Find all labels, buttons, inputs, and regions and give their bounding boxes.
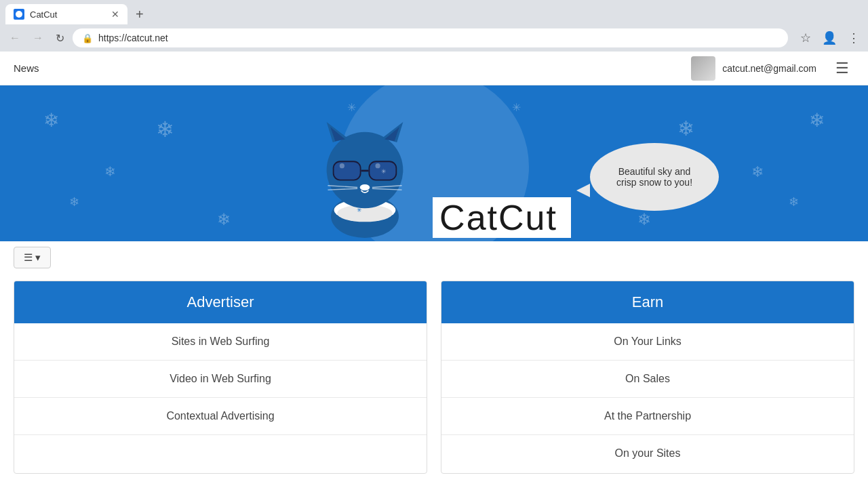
bookmark-button[interactable]: ☆ [797,28,814,48]
new-tab-button[interactable]: + [130,5,149,24]
advertiser-card: Advertiser Sites in Web Surfing Video in… [14,281,427,474]
url-bar[interactable]: 🔒 https://catcut.net [73,28,788,47]
svg-point-15 [376,163,380,168]
advertiser-row-contextual[interactable]: Contextual Advertising [14,398,427,435]
snowflake: ❄ [156,117,174,142]
svg-point-17 [360,184,370,190]
url-text: https://catcut.net [98,33,168,43]
tab-favicon [14,9,24,20]
speech-bubble-text: Beautiful sky and crisp snow to you! [616,166,692,188]
tables-area: Advertiser Sites in Web Surfing Video in… [0,281,868,474]
browser-chrome: CatCut ✕ + ← → ↻ 🔒 https://catcut.net ☆ … [0,0,868,52]
active-tab[interactable]: CatCut ✕ [5,4,127,24]
earn-row-sales[interactable]: On Sales [441,361,854,398]
advertiser-row-video-label: Video in Web Surfing [170,373,271,384]
advertiser-row-empty [14,435,427,473]
address-bar: ← → ↻ 🔒 https://catcut.net ☆ 👤 ⋮ [0,24,868,52]
menu-toggle-arrow: ▾ [35,251,41,264]
snowflake: ❄ [677,117,694,140]
address-icons: ☆ 👤 ⋮ [797,28,863,48]
profile-button[interactable]: 👤 [819,28,840,48]
earn-row-sites-label: On your Sites [615,447,681,459]
cat-logo: ✳ ✳ [297,102,433,238]
lock-icon: 🔒 [82,33,93,43]
advertiser-row-sites-label: Sites in Web Surfing [172,336,270,347]
top-nav: News catcut.net@gmail.com ☰ [0,52,868,85]
earn-row-partnership-label: At the Partnership [604,410,691,422]
snowflake: ❄ [43,109,59,131]
advertiser-row-sites[interactable]: Sites in Web Surfing [14,323,427,361]
advertiser-row-video[interactable]: Video in Web Surfing [14,361,427,398]
snowflake: ❄ [69,195,79,209]
avatar [691,56,715,81]
tab-title: CatCut [30,9,57,20]
reload-button[interactable]: ↻ [52,29,68,47]
svg-text:✳: ✳ [357,207,362,214]
brand-name: CatCut [433,197,571,238]
advertiser-card-header: Advertiser [14,281,427,323]
snowflake: ❄ [809,109,825,131]
speech-bubble: Beautiful sky and crisp snow to you! [590,143,719,211]
svg-point-14 [340,163,344,168]
earn-row-links-label: On Your Links [614,336,682,347]
earn-row-links[interactable]: On Your Links [441,323,854,361]
earn-card-header: Earn [441,281,854,323]
menu-bar: ☰ ▾ [0,241,868,274]
earn-row-sales-label: On Sales [625,373,670,384]
svg-text:✳: ✳ [381,168,387,175]
advertiser-row-contextual-label: Contextual Advertising [166,410,274,422]
nav-news-link[interactable]: News [14,62,39,74]
snowflake: ❄ [217,210,231,229]
cat-svg: ✳ ✳ [297,102,433,238]
menu-toggle-button[interactable]: ☰ ▾ [14,247,51,268]
snowflake: ❄ [637,210,651,229]
tab-close-button[interactable]: ✕ [111,9,119,20]
page-content: News catcut.net@gmail.com ☰ ❄ ❄ ❄ ❄ ❄ ❄ … [0,52,868,488]
hero-banner: ❄ ❄ ❄ ❄ ❄ ❄ ❄ ❄ ❄ ❄ ✳ ✳ [0,85,868,241]
hero-content: ✳ ✳ CatCut [297,89,571,238]
forward-button[interactable]: → [28,29,47,47]
hamburger-menu-button[interactable]: ☰ [830,57,854,80]
avatar-image [691,56,715,81]
back-button[interactable]: ← [5,29,24,47]
nav-user-area: catcut.net@gmail.com ☰ [691,56,854,81]
menu-toggle-icon: ☰ [24,251,33,264]
snowflake: ❄ [104,163,116,180]
tab-bar: CatCut ✕ + [0,0,868,24]
svg-point-0 [16,11,22,18]
earn-row-sites[interactable]: On your Sites [441,435,854,472]
earn-card: Earn On Your Links On Sales At the Partn… [441,281,854,474]
user-email: catcut.net@gmail.com [722,63,816,74]
svg-rect-12 [334,162,360,179]
menu-button[interactable]: ⋮ [845,28,863,48]
snowflake: ❄ [751,163,764,181]
snowflake: ❄ [789,195,799,209]
earn-row-partnership[interactable]: At the Partnership [441,398,854,435]
